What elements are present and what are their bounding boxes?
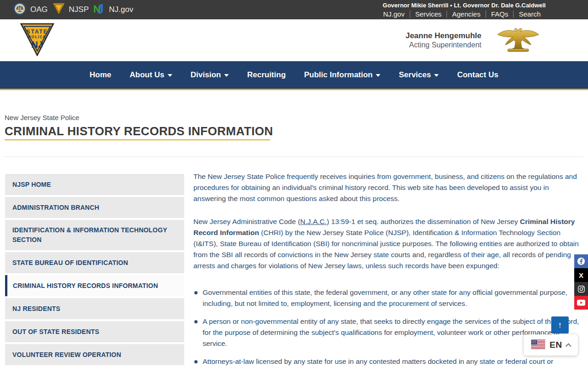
chevron-down-icon bbox=[434, 74, 439, 77]
superintendent-name: Jeanne Hengemuhle bbox=[406, 31, 481, 40]
language-code: EN bbox=[549, 340, 562, 350]
sidebar-item-nj-residents[interactable]: NJ RESIDENTS bbox=[5, 298, 184, 319]
njac-text-2: 13:59-1 et seq. authorizes the dissemina… bbox=[329, 218, 520, 225]
nav-public-information[interactable]: Public Information bbox=[304, 70, 380, 80]
nav-home[interactable]: Home bbox=[90, 70, 111, 80]
main-content: The New Jersey State Police frequently r… bbox=[193, 171, 580, 368]
nav-division[interactable]: Division bbox=[191, 70, 229, 80]
horizontal-rule bbox=[5, 156, 583, 157]
njgov-icon: N bbox=[93, 3, 105, 17]
agency-logo-group: OAG NJSP N NJ.gov bbox=[13, 0, 133, 19]
superintendent-title: Acting Superintendent bbox=[406, 40, 481, 49]
svg-text:NJ: NJ bbox=[31, 40, 43, 50]
nav-home-label: Home bbox=[90, 70, 111, 80]
chevron-down-icon bbox=[168, 74, 172, 77]
page-title: CRIMINAL HISTORY RECORDS INFORMATION bbox=[5, 124, 273, 138]
njgov-label: NJ.gov bbox=[109, 5, 133, 14]
nav-about-us[interactable]: About Us bbox=[130, 70, 172, 80]
sidebar-item-volunteer-review-operation[interactable]: VOLUNTEER REVIEW OPERATION bbox=[5, 344, 184, 365]
state-links-row: NJ.gov Services Agencies FAQs Search bbox=[378, 10, 546, 18]
oag-seal-icon bbox=[13, 2, 27, 17]
njsp-label: NJSP bbox=[69, 5, 89, 14]
title-underline bbox=[5, 139, 270, 140]
state-header-links: Governor Mikie Sherrill • Lt. Governor D… bbox=[378, 1, 546, 18]
governor-line: Governor Mikie Sherrill • Lt. Governor D… bbox=[378, 1, 546, 9]
section-sidebar: NJSP HOME ADMINISTRATION BRANCH IDENTIFI… bbox=[5, 174, 184, 367]
instagram-icon[interactable] bbox=[574, 282, 588, 296]
nav-services[interactable]: Services bbox=[399, 70, 439, 80]
chevron-down-icon bbox=[224, 74, 229, 77]
sidebar-item-criminal-history-records-active[interactable]: CRIMINAL HISTORY RECORDS INFORMATION bbox=[5, 275, 184, 296]
njgov-link[interactable]: N NJ.gov bbox=[93, 3, 133, 17]
chevron-down-icon bbox=[376, 74, 380, 77]
colonel-eagle-icon bbox=[496, 26, 540, 56]
link-faqs[interactable]: FAQs bbox=[486, 10, 514, 18]
nav-recruiting-label: Recruiting bbox=[247, 70, 286, 80]
chevron-up-icon bbox=[565, 343, 571, 349]
njac-paragraph: New Jersey Administrative Code (N.J.A.C.… bbox=[193, 216, 580, 271]
site-header: STATE POLICE NJ Jeanne Hengemuhle Acting… bbox=[0, 19, 588, 61]
language-selector[interactable]: EN bbox=[524, 334, 578, 356]
sidebar-item-state-bureau-identification[interactable]: STATE BUREAU OF IDENTIFICATION bbox=[5, 252, 184, 273]
oag-link[interactable]: OAG bbox=[13, 2, 48, 17]
link-agencies[interactable]: Agencies bbox=[447, 10, 486, 18]
njac-link[interactable]: (N.J.A.C.) bbox=[298, 218, 329, 225]
breadcrumb: New Jersey State Police bbox=[5, 114, 79, 121]
us-flag-icon bbox=[531, 339, 545, 351]
superintendent-block: Jeanne Hengemuhle Acting Superintendent bbox=[406, 31, 481, 49]
link-search[interactable]: Search bbox=[514, 10, 546, 18]
nav-division-label: Division bbox=[191, 70, 221, 80]
page: OAG NJSP N NJ.gov bbox=[0, 0, 588, 368]
svg-text:POLICE: POLICE bbox=[28, 34, 46, 39]
x-twitter-icon[interactable]: X bbox=[574, 268, 588, 282]
nav-public-information-label: Public Information bbox=[304, 70, 373, 80]
njsp-triangle-logo[interactable]: STATE POLICE NJ bbox=[20, 23, 54, 58]
nav-contact-us[interactable]: Contact Us bbox=[457, 70, 498, 80]
sidebar-item-administration-branch[interactable]: ADMINISTRATION BRANCH bbox=[5, 197, 184, 218]
intro-paragraph: The New Jersey State Police frequently r… bbox=[193, 171, 580, 204]
facebook-icon[interactable] bbox=[574, 254, 588, 268]
sidebar-item-identification-information-technology[interactable]: IDENTIFICATION & INFORMATION TECHNOLOGY … bbox=[5, 220, 184, 250]
scroll-to-top-button[interactable]: ↑ bbox=[551, 316, 569, 334]
nav-about-us-label: About Us bbox=[130, 70, 164, 80]
link-services[interactable]: Services bbox=[410, 10, 447, 18]
list-item: A person or non-governmental entity of a… bbox=[193, 316, 580, 349]
x-glyph: X bbox=[579, 271, 583, 279]
arrow-up-icon: ↑ bbox=[558, 320, 562, 330]
authorized-entities-list: Governmental entities of this state, the… bbox=[193, 287, 580, 367]
list-item: Attorneys-at-law licensed by any state f… bbox=[193, 356, 580, 367]
youtube-icon[interactable] bbox=[574, 296, 588, 310]
link-njgov[interactable]: NJ.gov bbox=[378, 10, 410, 18]
nav-services-label: Services bbox=[399, 70, 431, 80]
list-item: Governmental entities of this state, the… bbox=[193, 287, 580, 309]
svg-text:STATE: STATE bbox=[27, 29, 48, 35]
njsp-badge-icon bbox=[52, 3, 65, 17]
social-sidebar: X bbox=[574, 254, 588, 310]
nav-recruiting[interactable]: Recruiting bbox=[247, 70, 286, 80]
sidebar-item-njsp-home[interactable]: NJSP HOME bbox=[5, 174, 184, 195]
top-utility-bar: OAG NJSP N NJ.gov bbox=[0, 0, 588, 19]
oag-label: OAG bbox=[30, 5, 48, 14]
main-navigation: Home About Us Division Recruiting Public… bbox=[0, 61, 588, 90]
nav-contact-us-label: Contact Us bbox=[457, 70, 498, 80]
njsp-link[interactable]: NJSP bbox=[52, 3, 89, 17]
njac-text-1: New Jersey Administrative Code bbox=[193, 218, 298, 225]
sidebar-item-out-of-state-residents[interactable]: OUT OF STATE RESIDENTS bbox=[5, 321, 184, 342]
